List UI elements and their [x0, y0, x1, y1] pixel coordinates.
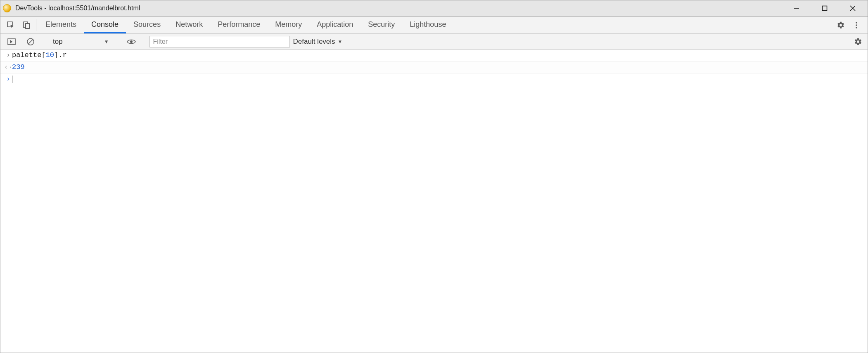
execution-context-select[interactable]: top ▼ — [49, 38, 113, 46]
maximize-icon — [822, 5, 828, 11]
console-output-value: 239 — [12, 62, 25, 73]
device-toolbar-button[interactable] — [19, 17, 34, 33]
tab-memory[interactable]: Memory — [268, 17, 309, 33]
toggle-sidebar-button[interactable] — [4, 38, 19, 45]
tabbar-spacer — [453, 17, 828, 33]
output-number: 239 — [12, 63, 25, 71]
window-title: DevTools - localhost:5501/mandelbrot.htm… — [15, 5, 140, 12]
inspect-icon — [7, 21, 15, 29]
gear-icon — [854, 38, 862, 46]
prompt-icon: › — [5, 50, 12, 61]
expr-index: 10 — [46, 51, 54, 59]
gear-icon — [837, 21, 845, 29]
svg-point-14 — [130, 40, 133, 43]
console-settings-button[interactable] — [852, 36, 864, 48]
svg-line-13 — [28, 39, 33, 44]
svg-rect-1 — [823, 6, 827, 11]
clear-icon — [26, 38, 35, 46]
window-titlebar: DevTools - localhost:5501/mandelbrot.htm… — [0, 0, 868, 17]
kebab-icon — [853, 21, 860, 29]
console-body[interactable]: › palette[10].r ‹· 239 › — [0, 50, 868, 353]
console-prompt-row[interactable]: › — [0, 73, 868, 85]
sidebar-toggle-icon — [7, 38, 16, 45]
clear-console-button[interactable] — [23, 38, 38, 46]
console-input-row: › palette[10].r — [0, 50, 868, 62]
device-icon — [22, 21, 31, 29]
return-icon: ‹· — [5, 62, 12, 73]
expr-part: palette[ — [12, 51, 46, 59]
live-expression-button[interactable] — [123, 38, 139, 45]
expr-part: ].r — [54, 51, 67, 59]
window-minimize-button[interactable] — [788, 2, 805, 14]
window-close-button[interactable] — [844, 2, 861, 14]
divider — [36, 19, 36, 31]
settings-button[interactable] — [835, 19, 847, 31]
dropdown-icon: ▼ — [104, 39, 109, 45]
tab-network[interactable]: Network — [168, 17, 210, 33]
tab-elements[interactable]: Elements — [38, 17, 84, 33]
console-input-expression: palette[10].r — [12, 50, 67, 61]
console-prompt-input[interactable] — [12, 74, 12, 85]
more-menu-button[interactable] — [850, 19, 863, 31]
svg-point-9 — [856, 24, 857, 26]
svg-point-8 — [856, 22, 857, 24]
devtools-tabbar: Elements Console Sources Network Perform… — [0, 17, 868, 34]
log-levels-select[interactable]: Default levels ▼ — [293, 38, 343, 46]
close-icon — [849, 5, 856, 12]
levels-label: Default levels — [293, 38, 335, 46]
svg-point-10 — [856, 27, 857, 28]
text-cursor — [12, 76, 12, 83]
tab-console[interactable]: Console — [84, 17, 126, 33]
tab-security[interactable]: Security — [360, 17, 402, 33]
tabbar-right-tools — [828, 17, 865, 33]
window-maximize-button[interactable] — [816, 2, 833, 14]
window-controls — [788, 2, 865, 14]
svg-rect-6 — [26, 24, 29, 28]
inspect-element-button[interactable] — [3, 17, 19, 33]
console-toolbar: top ▼ Default levels ▼ — [0, 34, 868, 50]
panel-tabs: Elements Console Sources Network Perform… — [38, 17, 453, 33]
dropdown-icon: ▼ — [338, 39, 343, 45]
minimize-icon — [793, 5, 800, 12]
tab-lighthouse[interactable]: Lighthouse — [402, 17, 453, 33]
console-output-row: ‹· 239 — [0, 62, 868, 73]
console-filter-input[interactable] — [149, 36, 290, 47]
prompt-icon: › — [5, 74, 12, 85]
devtools-app-icon — [3, 4, 11, 12]
eye-icon — [127, 38, 136, 45]
tab-performance[interactable]: Performance — [210, 17, 268, 33]
tab-sources[interactable]: Sources — [126, 17, 168, 33]
tab-application[interactable]: Application — [309, 17, 360, 33]
context-label: top — [53, 38, 63, 46]
